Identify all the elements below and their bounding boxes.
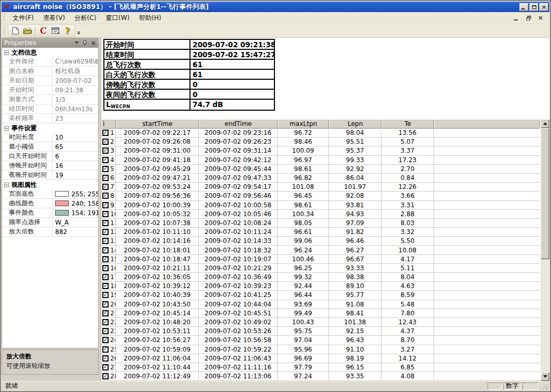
property-value[interactable]: 1/3 [52, 95, 98, 104]
row-checkbox[interactable]: ✓ [102, 319, 109, 325]
row-checkbox[interactable]: ✓ [102, 175, 109, 181]
color-swatch[interactable] [55, 191, 69, 197]
table-row[interactable]: ✓192009-07-02 10:40:392009-07-02 10:41:2… [101, 291, 540, 300]
mdi-close-button[interactable]: × [537, 15, 544, 22]
row-checkbox[interactable]: ✓ [102, 373, 109, 379]
row-checkbox[interactable]: ✓ [102, 337, 109, 343]
row-checkbox[interactable]: ✓ [102, 265, 109, 271]
close-button[interactable]: × [539, 3, 548, 11]
column-header-maxLtpn[interactable]: maxLtpn [278, 119, 329, 129]
table-row[interactable]: ✓152009-07-02 10:18:472009-07-02 10:19:0… [101, 255, 540, 264]
table-row[interactable]: ✓272009-07-02 11:10:442009-07-02 11:11:1… [101, 363, 540, 372]
menu-item-file[interactable]: 文件(F) [8, 12, 38, 24]
row-checkbox[interactable]: ✓ [102, 355, 109, 362]
property-value[interactable]: 240; 158; 15 [52, 199, 98, 208]
table-row[interactable]: ✓122009-07-02 10:11:102009-07-02 10:11:2… [101, 228, 540, 237]
table-row[interactable]: ✓112009-07-02 10:07:382009-07-02 10:08:2… [101, 219, 540, 228]
scroll-down-button[interactable] [541, 372, 549, 381]
property-value[interactable]: 154; 191; 18 [52, 208, 98, 217]
resize-grip[interactable] [541, 383, 548, 390]
panel-menu-button[interactable] [75, 41, 79, 44]
toolbar-overflow-button[interactable] [75, 25, 82, 36]
row-checkbox[interactable]: ✓ [102, 310, 109, 316]
table-row[interactable]: ✓222009-07-02 10:48:202009-07-02 10:49:0… [101, 318, 540, 327]
row-checkbox[interactable]: ✓ [102, 346, 109, 353]
new-file-button[interactable] [9, 25, 22, 36]
collapse-icon[interactable] [4, 183, 9, 187]
row-checkbox[interactable]: ✓ [102, 184, 109, 190]
property-value[interactable]: 23 [52, 114, 98, 123]
table-row[interactable]: ✓252009-07-02 10:59:092009-07-02 10:59:2… [101, 345, 540, 354]
table-row[interactable]: ✓202009-07-02 10:43:502009-07-02 10:44:0… [101, 300, 540, 309]
table-row[interactable]: ✓282009-07-02 11:12:492009-07-02 11:13:0… [101, 372, 540, 381]
table-row[interactable]: ✓32009-07-02 09:31:002009-07-02 09:31:14… [101, 146, 540, 155]
section-header-view-properties[interactable]: 视图属性 [2, 180, 98, 189]
row-checkbox[interactable]: ✓ [102, 139, 109, 145]
row-checkbox[interactable]: ✓ [102, 301, 109, 308]
property-value[interactable]: 19 [52, 171, 98, 179]
property-value[interactable]: 2009-07-02 [52, 76, 98, 85]
row-checkbox[interactable]: ✓ [102, 256, 109, 262]
row-checkbox[interactable]: ✓ [102, 328, 109, 334]
maximize-button[interactable] [529, 3, 538, 11]
scroll-up-button[interactable] [541, 119, 549, 128]
row-checkbox[interactable]: ✓ [102, 229, 109, 235]
panel-close-button[interactable]: × [91, 40, 96, 46]
table-row[interactable]: ✓182009-07-02 10:39:122009-07-02 10:39:2… [101, 282, 540, 291]
menu-item-help[interactable]: 帮助(H) [134, 12, 166, 24]
row-checkbox[interactable]: ✓ [102, 292, 109, 298]
help-button[interactable]: ? [61, 25, 73, 36]
table-row[interactable]: ✓62009-07-02 09:47:212009-07-02 09:47:33… [101, 174, 540, 183]
row-checkbox[interactable]: ✓ [102, 130, 109, 136]
menu-item-view[interactable]: 查看(V) [38, 12, 70, 24]
minimize-button[interactable] [520, 3, 528, 11]
table-row[interactable]: ✓212009-07-02 10:45:142009-07-02 10:45:5… [101, 309, 540, 318]
column-header-Te[interactable]: Te [382, 119, 434, 129]
properties-button[interactable] [49, 25, 61, 36]
table-row[interactable]: ✓52009-07-02 09:45:292009-07-02 09:45:44… [101, 165, 540, 174]
table-row[interactable]: ✓72009-07-02 09:53:242009-07-02 09:54:17… [101, 183, 540, 192]
table-row[interactable]: ✓92009-07-02 10:00:392009-07-02 10:00:58… [101, 201, 540, 210]
property-value[interactable]: 06h34m13s [52, 104, 98, 113]
section-header-document-info[interactable]: 文档信息 [2, 48, 98, 57]
table-row[interactable]: ✓12009-07-02 09:22:172009-07-02 09:23:16… [101, 129, 540, 137]
column-header-Lepn[interactable]: Lepn [329, 119, 382, 129]
property-value[interactable]: 16 [52, 161, 98, 170]
toolbar-grip[interactable] [3, 26, 6, 36]
table-row[interactable]: ✓82009-07-02 09:56:362009-07-02 09:56:46… [101, 192, 540, 200]
row-checkbox[interactable]: ✓ [102, 211, 109, 217]
table-row[interactable]: ✓42009-07-02 09:41:182009-07-02 09:42:12… [101, 156, 540, 165]
property-value[interactable]: 255; 255; 25 [52, 189, 98, 198]
color-swatch[interactable] [55, 200, 69, 206]
table-row[interactable]: ✓132009-07-02 10:14:162009-07-02 10:14:3… [101, 237, 540, 246]
property-value[interactable]: W_A [52, 218, 98, 227]
mdi-minimize-button[interactable] [513, 15, 520, 22]
row-checkbox[interactable]: ✓ [102, 157, 109, 163]
column-header-startTime[interactable]: startTime [116, 119, 199, 129]
row-checkbox[interactable]: ✓ [102, 193, 109, 199]
vertical-scrollbar[interactable] [540, 119, 549, 381]
column-header-endTime[interactable]: endTime [199, 119, 278, 129]
table-row[interactable]: ✓22009-07-02 09:26:082009-07-02 09:26:23… [101, 137, 540, 146]
property-value[interactable]: C:\awa6298\机场 [52, 57, 98, 66]
property-value[interactable]: 882 [52, 227, 98, 236]
open-file-button[interactable] [22, 25, 34, 36]
property-value[interactable]: 栎社机场 [52, 67, 98, 76]
row-checkbox[interactable]: ✓ [102, 247, 109, 253]
row-checkbox[interactable]: ✓ [102, 202, 109, 208]
table-row[interactable]: ✓172009-07-02 10:36:052009-07-02 10:36:4… [101, 273, 540, 282]
analysis-button[interactable]: C [37, 25, 49, 36]
scroll-thumb[interactable] [541, 128, 549, 259]
property-value[interactable]: 6 [52, 152, 98, 161]
menu-item-window[interactable]: 窗口(W) [101, 12, 134, 24]
property-value[interactable]: 65 [52, 142, 98, 151]
table-row[interactable]: ✓242009-07-02 10:56:272009-07-02 10:56:5… [101, 336, 540, 345]
table-row[interactable]: ✓232009-07-02 10:53:112009-07-02 10:53:2… [101, 327, 540, 336]
menu-item-analysis[interactable]: 分析(C) [70, 12, 101, 24]
table-row[interactable]: ✓262009-07-02 11:06:042009-07-02 11:06:4… [101, 354, 540, 363]
mdi-restore-button[interactable] [525, 15, 532, 22]
section-header-event-settings[interactable]: 事件设置 [2, 123, 98, 133]
collapse-icon[interactable] [4, 126, 9, 131]
table-row[interactable]: ✓142009-07-02 10:18:012009-07-02 10:18:3… [101, 246, 540, 255]
row-checkbox[interactable]: ✓ [102, 274, 109, 280]
